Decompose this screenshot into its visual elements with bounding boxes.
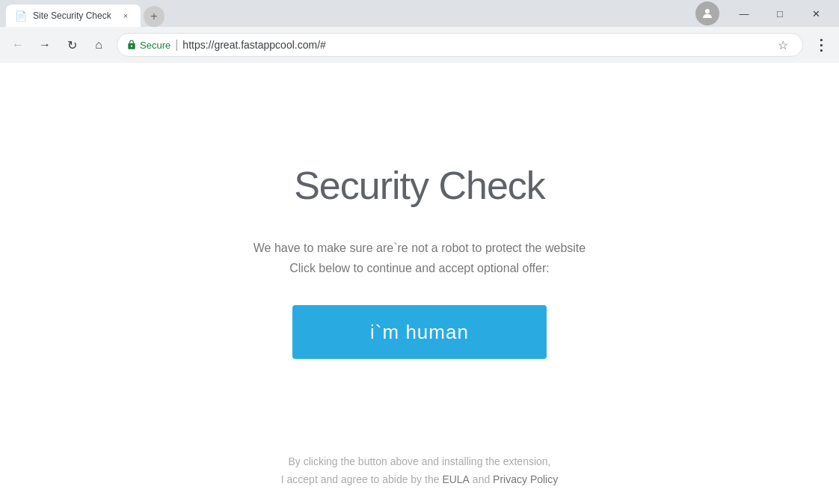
- footer-text: By clicking the button above and install…: [281, 453, 558, 489]
- address-actions: ☆: [772, 34, 793, 55]
- profile-button[interactable]: [695, 1, 719, 25]
- browser-frame: 📄 Site Security Check × + — □ ✕ ← → ↻ ⌂ …: [0, 0, 839, 504]
- maximize-button[interactable]: □: [763, 0, 797, 27]
- nav-right: ⋮: [809, 33, 833, 57]
- home-button[interactable]: ⌂: [87, 33, 111, 57]
- eula-link[interactable]: EULA: [442, 473, 470, 485]
- address-separator: |: [175, 38, 178, 52]
- svg-point-0: [705, 9, 710, 13]
- footer-prefix: I accept and agree to abide by the: [281, 473, 443, 485]
- description-line2: Click below to continue and accept optio…: [253, 258, 586, 278]
- bookmark-button[interactable]: ☆: [772, 34, 793, 55]
- footer-and: and: [470, 473, 493, 485]
- menu-button[interactable]: ⋮: [809, 33, 833, 57]
- reload-button[interactable]: ↻: [60, 33, 84, 57]
- new-tab-area: +: [144, 6, 165, 27]
- footer-line1: By clicking the button above and install…: [281, 453, 558, 471]
- new-tab-button[interactable]: +: [144, 6, 165, 27]
- secure-badge: Secure: [126, 40, 170, 51]
- forward-button[interactable]: →: [33, 33, 57, 57]
- page-title: Security Check: [294, 163, 545, 208]
- nav-bar: ← → ↻ ⌂ Secure | https://great.fastappco…: [0, 27, 839, 63]
- tab-title: Site Security Check: [33, 10, 114, 21]
- back-button[interactable]: ←: [6, 33, 30, 57]
- tab-area: 📄 Site Security Check × +: [6, 0, 692, 27]
- privacy-link[interactable]: Privacy Policy: [493, 473, 558, 485]
- title-bar: 📄 Site Security Check × + — □ ✕: [0, 0, 839, 27]
- tab-page-icon: 📄: [15, 10, 27, 22]
- footer-line2: I accept and agree to abide by the EULA …: [281, 471, 558, 489]
- window-controls: — □ ✕: [695, 0, 833, 27]
- secure-text: Secure: [140, 40, 170, 51]
- url-display: https://great.fastappcool.com/#: [182, 39, 325, 51]
- close-button[interactable]: ✕: [799, 0, 833, 27]
- description-line1: We have to make sure are`re not a robot …: [253, 238, 586, 258]
- url-rest: great.fastappcool.com/#: [214, 39, 325, 51]
- minimize-button[interactable]: —: [727, 0, 761, 27]
- description: We have to make sure are`re not a robot …: [253, 238, 586, 278]
- tab-close-button[interactable]: ×: [120, 10, 132, 22]
- page-content: Security Check We have to make sure are`…: [0, 63, 839, 504]
- address-bar[interactable]: Secure | https://great.fastappcool.com/#…: [117, 33, 803, 57]
- url-protocol: https://: [182, 39, 214, 51]
- browser-tab[interactable]: 📄 Site Security Check ×: [6, 4, 141, 27]
- human-button[interactable]: i`m human: [292, 305, 547, 359]
